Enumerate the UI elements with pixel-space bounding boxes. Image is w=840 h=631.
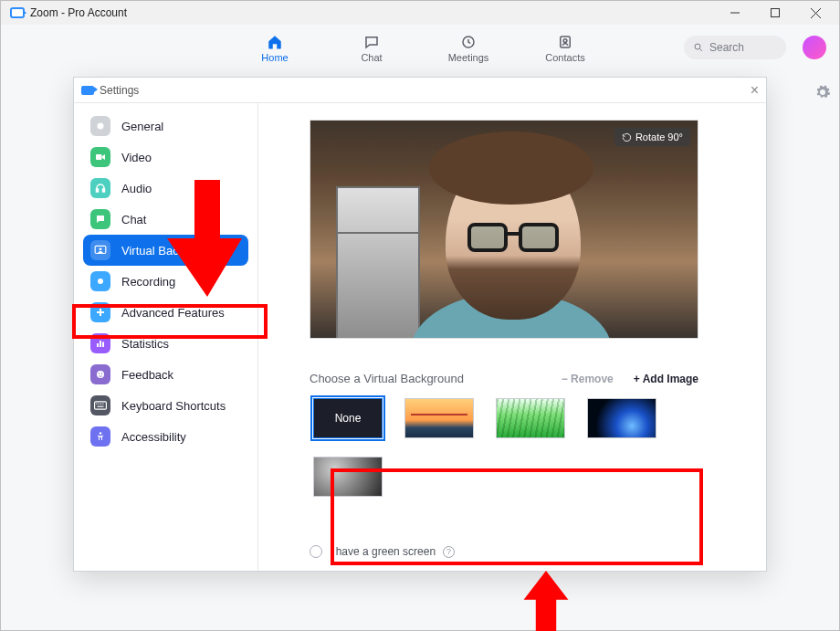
keyboard-icon — [90, 395, 110, 415]
svg-point-15 — [98, 279, 103, 284]
svg-rect-24 — [95, 402, 107, 409]
record-icon — [90, 271, 110, 291]
svg-point-21 — [97, 371, 104, 378]
sidebar-item-label: Virtual Background — [121, 244, 222, 258]
svg-rect-20 — [102, 342, 104, 348]
sidebar-item-label: Recording — [121, 275, 175, 289]
svg-rect-1 — [772, 9, 780, 17]
svg-point-23 — [101, 373, 102, 373]
close-button[interactable] — [795, 1, 835, 25]
svg-rect-18 — [97, 343, 99, 347]
svg-rect-29 — [98, 406, 104, 407]
choose-background-row: Choose a Virtual Background − Remove + A… — [310, 372, 698, 385]
svg-rect-11 — [97, 189, 99, 192]
chat-icon — [362, 34, 381, 50]
zoom-logo-icon — [81, 86, 94, 95]
sidebar-item-general[interactable]: General — [83, 110, 248, 142]
sidebar-item-statistics[interactable]: Statistics — [83, 328, 248, 359]
settings-sidebar: General Video Audio Chat Virtual Backgro… — [74, 103, 258, 571]
feedback-icon — [90, 364, 110, 384]
video-icon — [90, 147, 110, 167]
green-screen-checkbox[interactable] — [310, 545, 322, 558]
sidebar-item-label: Keyboard Shortcuts — [121, 399, 226, 413]
sidebar-item-feedback[interactable]: Feedback — [83, 359, 248, 390]
rotate-label: Rotate 90° — [635, 131, 683, 142]
contacts-icon — [556, 34, 574, 50]
sidebar-item-chat[interactable]: Chat — [83, 204, 248, 235]
search-input[interactable]: Search — [684, 36, 786, 59]
sidebar-item-label: Accessibility — [121, 430, 186, 444]
nav-home[interactable]: Home — [248, 34, 301, 63]
background-option-none[interactable]: None — [313, 398, 383, 438]
plus-icon — [90, 302, 110, 322]
nav-contacts[interactable]: Contacts — [539, 34, 592, 63]
nav-label: Contacts — [545, 52, 584, 63]
sidebar-item-accessibility[interactable]: Accessibility — [83, 421, 248, 452]
sidebar-item-video[interactable]: Video — [83, 142, 248, 173]
sidebar-item-label: Chat — [121, 213, 146, 226]
sidebar-item-audio[interactable]: Audio — [83, 173, 248, 204]
zoom-logo-icon — [10, 7, 25, 18]
maximize-button[interactable] — [755, 1, 795, 25]
svg-point-6 — [563, 39, 567, 43]
svg-rect-25 — [96, 404, 97, 405]
sidebar-item-label: General — [121, 120, 163, 133]
svg-rect-27 — [100, 404, 101, 405]
gear-icon — [90, 116, 110, 136]
sidebar-item-virtual-background[interactable]: Virtual Background — [83, 235, 248, 266]
sidebar-item-advanced-features[interactable]: Advanced Features — [83, 297, 248, 328]
preview-scene — [336, 186, 420, 339]
sidebar-item-label: Statistics — [121, 337, 169, 351]
green-screen-row: I have a green screen ? — [310, 545, 742, 562]
add-image-button[interactable]: + Add Image — [634, 373, 698, 385]
svg-rect-26 — [99, 404, 100, 405]
help-icon[interactable]: ? — [443, 546, 455, 558]
stats-icon — [90, 333, 110, 353]
sidebar-item-recording[interactable]: Recording — [83, 266, 248, 297]
clock-icon — [459, 34, 478, 50]
headphones-icon — [90, 178, 110, 198]
svg-rect-12 — [103, 189, 105, 192]
nav-label: Meetings — [448, 52, 489, 63]
minimize-button[interactable] — [715, 1, 755, 25]
chat-icon — [90, 209, 110, 229]
sidebar-item-label: Advanced Features — [121, 306, 225, 320]
settings-titlebar: Settings × — [74, 78, 766, 103]
search-placeholder: Search — [709, 41, 744, 54]
green-screen-label: I have a green screen — [330, 545, 436, 558]
rotate-90-button[interactable]: Rotate 90° — [614, 128, 690, 146]
background-option-earth[interactable] — [587, 398, 656, 438]
svg-rect-28 — [102, 404, 103, 405]
user-avatar[interactable] — [803, 36, 826, 59]
home-icon — [266, 34, 284, 50]
background-option-golden-gate[interactable] — [404, 398, 474, 438]
accessibility-icon — [90, 426, 110, 447]
nav-meetings[interactable]: Meetings — [442, 34, 495, 63]
top-navbar: Home Chat Meetings Contacts Search — [1, 25, 839, 72]
settings-close-button[interactable]: × — [751, 82, 759, 99]
nav-label: Chat — [361, 52, 382, 63]
remove-background-button[interactable]: − Remove — [562, 373, 614, 385]
virtual-background-icon — [90, 240, 110, 260]
svg-point-30 — [100, 432, 102, 435]
background-thumbnails: None — [310, 393, 698, 508]
svg-line-8 — [700, 49, 703, 52]
settings-gear-button[interactable] — [814, 84, 831, 104]
sidebar-item-label: Feedback — [121, 368, 173, 382]
svg-rect-19 — [100, 341, 101, 347]
choose-background-heading: Choose a Virtual Background — [310, 372, 464, 385]
svg-rect-10 — [96, 154, 102, 160]
main-titlebar: Zoom - Pro Account — [1, 1, 839, 25]
background-option-smoke[interactable] — [313, 457, 383, 497]
svg-point-14 — [100, 247, 102, 250]
svg-point-7 — [695, 44, 700, 49]
settings-title: Settings — [100, 84, 139, 97]
background-option-grass[interactable] — [496, 398, 565, 438]
svg-point-22 — [99, 373, 100, 373]
sidebar-item-keyboard-shortcuts[interactable]: Keyboard Shortcuts — [83, 390, 248, 421]
nav-label: Home — [261, 52, 288, 63]
background-none-label: None — [335, 412, 362, 425]
nav-chat[interactable]: Chat — [345, 34, 398, 63]
window-title: Zoom - Pro Account — [30, 6, 127, 19]
svg-point-9 — [98, 123, 104, 130]
